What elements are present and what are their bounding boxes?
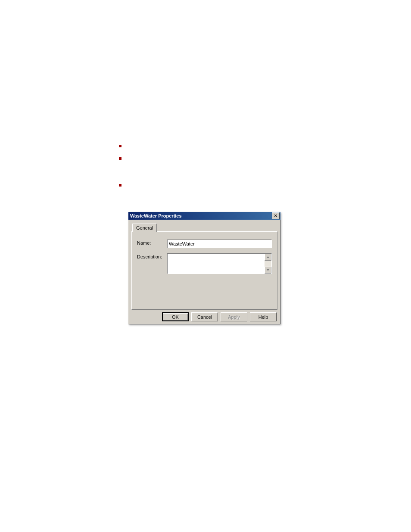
tab-panel-general: Name: Description: (131, 231, 277, 310)
titlebar[interactable]: WasteWater Properties ✕ (128, 212, 280, 220)
name-row: Name: (137, 240, 272, 248)
cancel-button[interactable]: Cancel (191, 312, 218, 321)
scrollbar (265, 254, 271, 274)
arrow-up-icon (267, 256, 269, 258)
description-input[interactable] (168, 254, 265, 274)
button-row: OK Cancel Apply Help (131, 312, 277, 321)
dialog-body: General Name: Description: (128, 220, 280, 324)
tab-label: General (136, 225, 153, 230)
name-label: Name: (137, 240, 167, 246)
bullet-icon (119, 157, 121, 160)
close-button[interactable]: ✕ (272, 212, 280, 219)
ok-button[interactable]: OK (162, 312, 189, 321)
tab-container: General Name: Description: (131, 224, 277, 310)
description-wrap (167, 253, 272, 274)
apply-button[interactable]: Apply (221, 312, 247, 321)
description-row: Description: (137, 253, 272, 274)
help-button[interactable]: Help (250, 312, 277, 321)
description-label: Description: (137, 253, 167, 259)
bullet-icon (119, 184, 121, 187)
arrow-down-icon (267, 269, 269, 271)
scroll-up-button[interactable] (265, 254, 271, 261)
name-input[interactable] (167, 240, 272, 248)
properties-dialog: WasteWater Properties ✕ General Name: De… (128, 212, 280, 324)
close-icon: ✕ (274, 214, 277, 218)
scroll-down-button[interactable] (265, 267, 271, 274)
titlebar-title: WasteWater Properties (129, 213, 182, 218)
bullet-icon (119, 145, 121, 147)
tab-general[interactable]: General (132, 224, 157, 232)
